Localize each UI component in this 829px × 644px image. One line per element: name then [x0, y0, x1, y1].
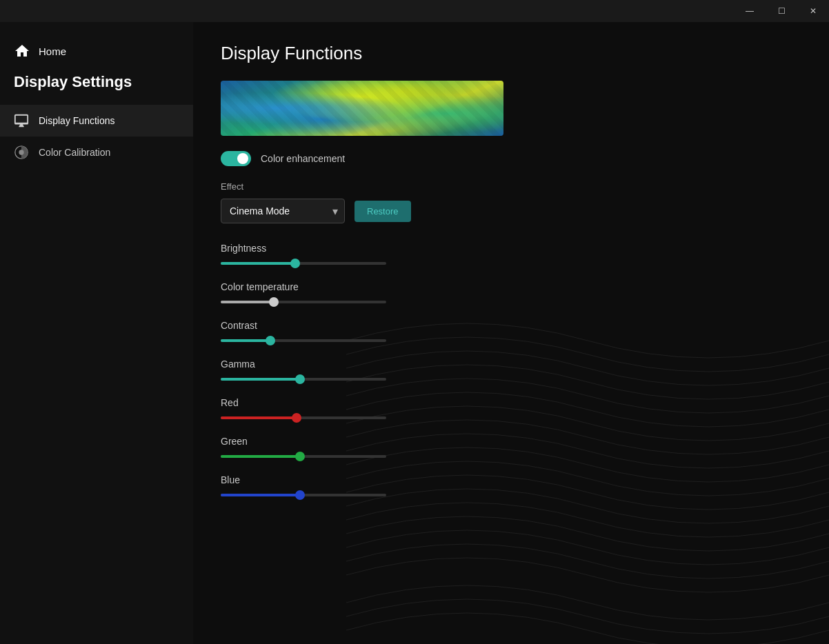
app-container: Home Display Settings Display Functions …: [0, 22, 829, 644]
sidebar-item-label-color-calibration: Color Calibration: [39, 147, 110, 158]
sidebar-app-title: Display Settings: [0, 73, 193, 91]
maximize-button[interactable]: ☐: [766, 0, 797, 22]
slider-section-color-temperature: Color temperature: [221, 281, 801, 303]
svg-point-1: [19, 150, 23, 154]
slider-track-red[interactable]: [221, 416, 386, 419]
slider-label-red: Red: [221, 397, 801, 408]
preview-image: [221, 81, 503, 136]
slider-fill-brightness: [221, 262, 295, 265]
color-enhancement-row: Color enhancement: [221, 151, 801, 166]
effect-section: Effect Cinema Mode Standard Vivid Natura…: [221, 181, 801, 223]
effect-row: Cinema Mode Standard Vivid Natural Game …: [221, 199, 801, 223]
monitor-icon: [14, 113, 29, 128]
sliders-container: BrightnessColor temperatureContrastGamma…: [221, 243, 801, 496]
main-content-inner: Display Functions Color enhancement Effe…: [221, 43, 801, 496]
slider-section-brightness: Brightness: [221, 243, 801, 265]
slider-track-contrast[interactable]: [221, 339, 386, 342]
slider-label-brightness: Brightness: [221, 243, 801, 254]
slider-label-contrast: Contrast: [221, 320, 801, 331]
slider-thumb-gamma[interactable]: [295, 374, 305, 384]
color-enhancement-toggle[interactable]: [221, 151, 251, 166]
slider-section-blue: Blue: [221, 474, 801, 496]
slider-fill-gamma: [221, 378, 300, 381]
slider-fill-red: [221, 416, 297, 419]
slider-label-color-temperature: Color temperature: [221, 281, 801, 292]
slider-thumb-contrast[interactable]: [266, 336, 275, 345]
sidebar-item-display-functions[interactable]: Display Functions: [0, 105, 193, 137]
home-icon: [14, 43, 30, 59]
slider-fill-blue: [221, 494, 300, 496]
restore-button[interactable]: Restore: [354, 201, 411, 222]
slider-label-green: Green: [221, 436, 801, 447]
home-label: Home: [39, 46, 66, 57]
slider-track-brightness[interactable]: [221, 262, 386, 265]
slider-section-red: Red: [221, 397, 801, 419]
slider-thumb-brightness[interactable]: [290, 259, 300, 268]
sidebar-home[interactable]: Home: [0, 36, 193, 66]
slider-section-green: Green: [221, 436, 801, 458]
minimize-button[interactable]: —: [734, 0, 766, 22]
slider-section-contrast: Contrast: [221, 320, 801, 342]
main-content: Display Functions Color enhancement Effe…: [193, 22, 829, 644]
page-title: Display Functions: [221, 43, 801, 64]
sidebar-item-color-calibration[interactable]: Color Calibration: [0, 137, 193, 168]
slider-fill-green: [221, 455, 300, 458]
slider-section-gamma: Gamma: [221, 359, 801, 381]
slider-thumb-red[interactable]: [292, 413, 301, 423]
close-button[interactable]: ✕: [797, 0, 829, 22]
feather-pattern: [221, 81, 503, 136]
slider-thumb-color-temperature[interactable]: [269, 297, 279, 307]
slider-track-green[interactable]: [221, 455, 386, 458]
slider-thumb-blue[interactable]: [295, 490, 305, 500]
title-bar: — ☐ ✕: [0, 0, 829, 22]
sidebar: Home Display Settings Display Functions …: [0, 22, 193, 644]
slider-fill-color-temperature: [221, 301, 274, 303]
color-calibration-icon: [14, 145, 29, 160]
slider-label-blue: Blue: [221, 474, 801, 485]
slider-track-blue[interactable]: [221, 494, 386, 496]
slider-thumb-green[interactable]: [295, 452, 305, 461]
effect-select-wrapper: Cinema Mode Standard Vivid Natural Game …: [221, 199, 345, 223]
slider-fill-contrast: [221, 339, 270, 342]
effect-label: Effect: [221, 181, 801, 192]
color-enhancement-label: Color enhancement: [261, 153, 345, 164]
effect-select[interactable]: Cinema Mode Standard Vivid Natural Game …: [221, 199, 345, 223]
sidebar-item-label-display-functions: Display Functions: [39, 115, 115, 126]
slider-label-gamma: Gamma: [221, 359, 801, 370]
slider-track-color-temperature[interactable]: [221, 301, 386, 303]
slider-track-gamma[interactable]: [221, 378, 386, 381]
